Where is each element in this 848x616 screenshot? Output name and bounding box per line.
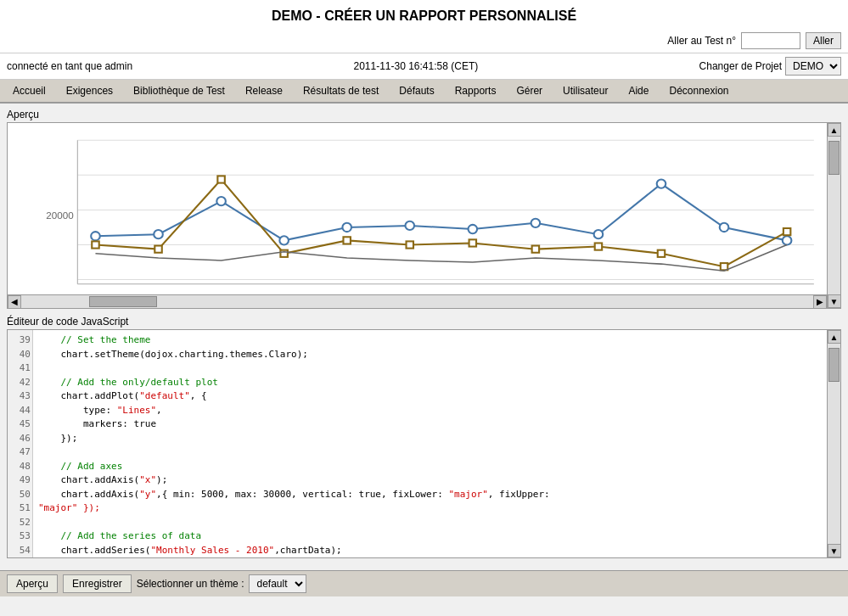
nav-item-utilisateur[interactable]: Utilisateur bbox=[553, 81, 617, 100]
info-bar: connecté en tant que admin 2011-11-30 16… bbox=[0, 53, 848, 80]
code-scrollbar-v[interactable]: ▲ ▼ bbox=[827, 330, 840, 557]
svg-point-17 bbox=[657, 179, 666, 188]
nav-item-rapports[interactable]: Rapports bbox=[446, 81, 506, 100]
test-number-input[interactable] bbox=[741, 32, 800, 49]
svg-rect-27 bbox=[532, 246, 539, 253]
preview-label: Aperçu bbox=[7, 109, 841, 120]
code-editor-section: Éditeur de code JavaScript ▲ ▼ 394041424… bbox=[7, 316, 841, 558]
line-numbers: 3940414243444546474849505152535455565758… bbox=[8, 330, 33, 557]
svg-rect-26 bbox=[469, 239, 476, 246]
page-title: DEMO - CRÉER UN RAPPORT PERSONNALISÉ bbox=[0, 0, 848, 29]
preview-section: Aperçu ▲ ▼ ◀ ▶ 200 bbox=[7, 109, 841, 309]
nav-item-défauts[interactable]: Défauts bbox=[390, 81, 443, 100]
code-editor-inner: 3940414243444546474849505152535455565758… bbox=[8, 330, 840, 557]
theme-select[interactable]: defaultClaroTundraSoria bbox=[249, 574, 306, 593]
scroll-track-h bbox=[21, 295, 813, 308]
nav-item-bibliothèque-de-test[interactable]: Bibliothèque de Test bbox=[124, 81, 234, 100]
preview-chart-area: 20000 bbox=[8, 123, 840, 293]
nav-item-exigences[interactable]: Exigences bbox=[57, 81, 122, 100]
user-info: connecté en tant que admin bbox=[7, 60, 132, 72]
code-scroll-up-btn[interactable]: ▲ bbox=[828, 330, 841, 344]
nav-item-aide[interactable]: Aide bbox=[619, 81, 658, 100]
aller-button[interactable]: Aller bbox=[806, 32, 841, 49]
nav-item-release[interactable]: Release bbox=[236, 81, 292, 100]
code-content[interactable]: // Set the theme chart.setTheme(dojox.ch… bbox=[33, 330, 840, 557]
svg-rect-21 bbox=[154, 246, 161, 253]
svg-point-12 bbox=[342, 223, 351, 232]
enregistrer-button[interactable]: Enregistrer bbox=[63, 574, 132, 593]
nav-item-gérer[interactable]: Gérer bbox=[507, 81, 552, 100]
svg-point-18 bbox=[720, 223, 729, 232]
svg-text:20000: 20000 bbox=[46, 210, 73, 221]
scroll-down-btn[interactable]: ▼ bbox=[828, 294, 841, 308]
svg-rect-29 bbox=[658, 250, 665, 257]
svg-point-13 bbox=[405, 221, 414, 230]
svg-rect-20 bbox=[92, 241, 98, 248]
svg-rect-24 bbox=[343, 237, 350, 244]
svg-rect-23 bbox=[280, 250, 287, 257]
nav-item-déconnexion[interactable]: Déconnexion bbox=[660, 81, 738, 100]
go-to-test-label: Aller au Test n° bbox=[667, 35, 736, 47]
svg-point-19 bbox=[783, 236, 792, 244]
code-scroll-track-v bbox=[828, 344, 840, 544]
svg-point-15 bbox=[531, 219, 541, 227]
code-editor-container: ▲ ▼ 394041424344454647484950515253545556… bbox=[7, 329, 841, 558]
svg-point-10 bbox=[216, 197, 226, 205]
svg-point-11 bbox=[279, 236, 289, 244]
preview-scrollbar-h[interactable]: ◀ ▶ bbox=[8, 294, 827, 308]
code-scroll-thumb-v[interactable] bbox=[828, 348, 840, 382]
theme-label: Sélectionner un thème : bbox=[137, 578, 244, 590]
code-scroll-down-btn[interactable]: ▼ bbox=[828, 544, 841, 557]
change-project-label: Changer de Projet bbox=[699, 60, 782, 72]
svg-rect-30 bbox=[721, 263, 727, 270]
datetime-info: 2011-11-30 16:41:58 (CET) bbox=[353, 60, 478, 72]
code-editor-label: Éditeur de code JavaScript bbox=[7, 316, 841, 328]
svg-point-8 bbox=[91, 232, 100, 240]
svg-point-14 bbox=[469, 225, 478, 233]
scroll-right-btn[interactable]: ▶ bbox=[813, 295, 827, 309]
preview-container: ▲ ▼ ◀ ▶ 20000 bbox=[7, 122, 841, 309]
scroll-thumb-h[interactable] bbox=[89, 296, 157, 307]
svg-rect-22 bbox=[217, 176, 224, 182]
svg-point-9 bbox=[154, 230, 163, 238]
nav-bar: AccueilExigencesBibliothèque de TestRele… bbox=[0, 80, 848, 104]
svg-point-16 bbox=[594, 230, 604, 238]
bottom-bar: Aperçu Enregistrer Sélectionner un thème… bbox=[0, 570, 848, 596]
svg-rect-31 bbox=[783, 228, 790, 235]
project-select[interactable]: DEMO bbox=[785, 57, 841, 76]
svg-rect-28 bbox=[595, 243, 602, 249]
svg-rect-25 bbox=[407, 241, 413, 248]
nav-item-résultats-de-test[interactable]: Résultats de test bbox=[294, 81, 388, 100]
top-bar: Aller au Test n° Aller bbox=[0, 29, 848, 53]
apercu-button[interactable]: Aperçu bbox=[7, 574, 58, 593]
scroll-left-btn[interactable]: ◀ bbox=[8, 295, 21, 309]
nav-item-accueil[interactable]: Accueil bbox=[3, 81, 55, 100]
project-select-area: Changer de Projet DEMO bbox=[699, 57, 841, 76]
main-content: Aperçu ▲ ▼ ◀ ▶ 200 bbox=[0, 104, 848, 570]
chart-svg: 20000 bbox=[42, 132, 832, 293]
